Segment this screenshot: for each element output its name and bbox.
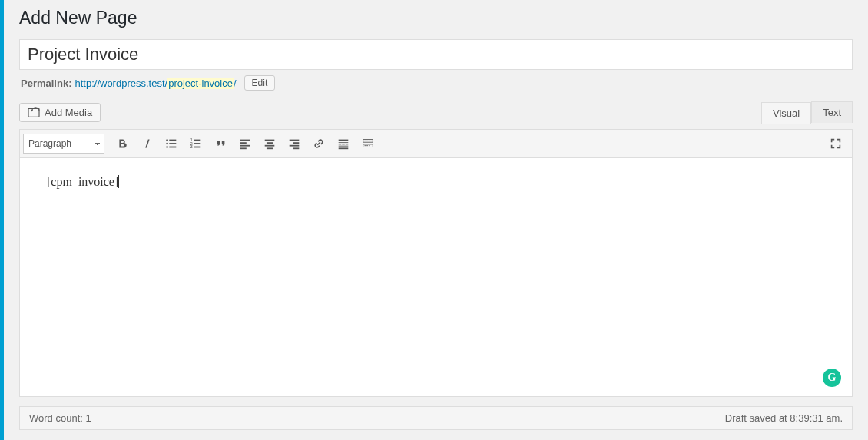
tab-visual[interactable]: Visual — [761, 102, 811, 124]
bulleted-list-button[interactable] — [160, 132, 183, 155]
bullet-list-icon — [164, 137, 178, 151]
read-more-button[interactable] — [332, 132, 355, 155]
link-icon — [312, 137, 326, 151]
toolbar-toggle-button[interactable] — [356, 132, 379, 155]
svg-rect-3 — [169, 140, 176, 141]
editor-container: Paragraph 123 — [19, 129, 853, 397]
svg-rect-32 — [339, 147, 349, 149]
edit-permalink-button[interactable]: Edit — [244, 75, 276, 91]
svg-point-2 — [166, 139, 168, 141]
svg-rect-35 — [366, 141, 368, 141]
align-right-icon — [287, 137, 301, 151]
align-right-button[interactable] — [283, 132, 306, 155]
italic-button[interactable] — [135, 132, 158, 155]
autosave-status: Draft saved at 8:39:31 am. — [725, 412, 843, 424]
permalink-slug: project-invoice — [167, 78, 234, 89]
add-media-button[interactable]: Add Media — [19, 103, 101, 122]
fullscreen-icon — [829, 137, 843, 151]
permalink-label: Permalink: — [21, 78, 71, 89]
svg-rect-13 — [194, 147, 200, 148]
quote-icon — [214, 137, 227, 151]
post-title-input[interactable] — [19, 39, 853, 70]
svg-rect-38 — [365, 145, 366, 146]
blockquote-button[interactable] — [209, 132, 232, 155]
svg-rect-31 — [339, 146, 349, 147]
svg-rect-0 — [28, 108, 39, 117]
svg-rect-36 — [369, 141, 370, 141]
svg-point-4 — [166, 143, 168, 145]
word-count: Word count: 1 — [29, 412, 91, 424]
svg-rect-25 — [293, 147, 299, 149]
svg-rect-9 — [194, 140, 200, 141]
svg-point-6 — [166, 146, 168, 148]
align-center-icon — [263, 137, 277, 151]
bold-button[interactable] — [111, 132, 134, 155]
svg-rect-23 — [293, 142, 299, 144]
svg-rect-7 — [169, 147, 176, 148]
permalink-row: Permalink: http://wordpress.test/project… — [21, 75, 853, 91]
svg-text:3: 3 — [190, 144, 193, 149]
svg-rect-27 — [339, 142, 349, 143]
svg-rect-14 — [240, 140, 250, 141]
numbered-list-icon: 123 — [189, 137, 203, 151]
permalink-link[interactable]: http://wordpress.test/project-invoice/ — [75, 78, 236, 89]
editor-toolbar: Paragraph 123 — [20, 130, 852, 158]
bold-icon — [115, 137, 129, 151]
numbered-list-button[interactable]: 123 — [184, 132, 207, 155]
svg-rect-26 — [339, 140, 349, 141]
svg-rect-30 — [346, 144, 349, 144]
svg-rect-11 — [194, 143, 200, 144]
svg-rect-29 — [342, 144, 345, 144]
svg-rect-16 — [240, 145, 250, 147]
svg-rect-39 — [366, 145, 368, 146]
svg-rect-17 — [240, 147, 247, 149]
page-title: Add New Page — [19, 8, 853, 28]
format-select[interactable]: Paragraph — [23, 134, 104, 154]
svg-rect-19 — [267, 142, 273, 144]
svg-rect-21 — [267, 147, 273, 149]
svg-rect-15 — [240, 142, 247, 144]
align-left-button[interactable] — [234, 132, 257, 155]
content-editor[interactable]: [cpm_invoice] G — [20, 158, 852, 396]
insert-link-button[interactable] — [307, 132, 330, 155]
align-left-icon — [238, 137, 252, 151]
grammarly-badge[interactable]: G — [823, 369, 841, 387]
svg-rect-22 — [290, 140, 300, 141]
tab-text[interactable]: Text — [811, 101, 853, 123]
svg-rect-18 — [265, 140, 275, 141]
toolbar-toggle-icon — [361, 137, 375, 151]
add-media-label: Add Media — [45, 107, 92, 118]
fullscreen-button[interactable] — [824, 132, 847, 155]
read-more-icon — [336, 137, 350, 151]
media-icon — [28, 107, 40, 117]
svg-rect-34 — [365, 141, 366, 141]
svg-rect-40 — [369, 145, 370, 146]
editor-status-bar: Word count: 1 Draft saved at 8:39:31 am. — [19, 406, 853, 430]
italic-icon — [140, 137, 154, 151]
svg-rect-24 — [290, 145, 300, 147]
svg-rect-28 — [339, 144, 342, 144]
align-center-button[interactable] — [258, 132, 281, 155]
svg-rect-20 — [265, 145, 275, 147]
svg-rect-5 — [169, 143, 176, 144]
